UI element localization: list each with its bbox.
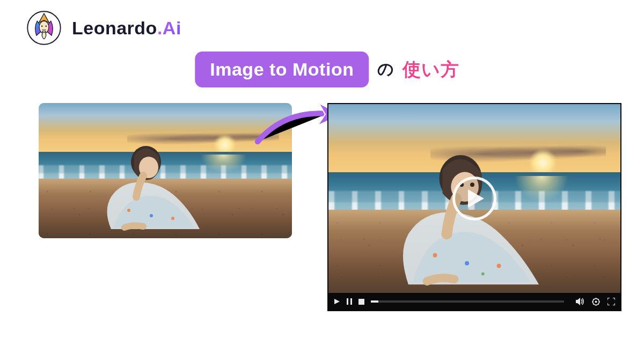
svg-point-16 — [481, 272, 485, 275]
fullscreen-button[interactable] — [608, 298, 615, 305]
brand-name-primary: Leonardo — [72, 18, 157, 38]
svg-point-15 — [497, 264, 501, 268]
stop-icon — [358, 299, 364, 305]
play-icon — [334, 298, 340, 305]
brand-name: Leonardo.Ai — [72, 18, 181, 39]
volume-button[interactable] — [576, 298, 584, 305]
svg-point-14 — [465, 261, 469, 266]
svg-rect-17 — [347, 298, 348, 305]
page-title-row: Image to Motion の 使い方 — [195, 52, 459, 87]
feature-chip: Image to Motion — [195, 52, 369, 87]
svg-point-3 — [46, 26, 47, 27]
play-button[interactable] — [334, 298, 340, 305]
play-icon — [467, 188, 485, 209]
svg-rect-19 — [358, 299, 364, 305]
volume-icon — [576, 298, 584, 305]
stop-button[interactable] — [358, 299, 364, 305]
svg-point-21 — [595, 300, 597, 303]
brand-name-accent: Ai — [163, 18, 181, 38]
title-usage: 使い方 — [402, 57, 459, 82]
svg-point-6 — [127, 209, 130, 212]
svg-point-7 — [150, 214, 153, 217]
pause-button[interactable] — [347, 298, 352, 305]
video-player — [327, 103, 621, 311]
progress-fill — [371, 300, 378, 303]
svg-point-8 — [171, 217, 174, 220]
settings-button[interactable] — [592, 298, 600, 306]
brand-logo — [26, 10, 62, 46]
brand-name-dot: . — [157, 18, 163, 38]
progress-bar[interactable] — [371, 300, 564, 303]
svg-point-13 — [433, 253, 437, 258]
video-controls — [328, 293, 620, 310]
svg-rect-18 — [350, 298, 352, 305]
video-canvas[interactable] — [328, 104, 620, 293]
pause-icon — [347, 298, 352, 305]
brand-header: Leonardo.Ai — [26, 10, 181, 46]
svg-point-2 — [41, 26, 43, 27]
title-particle: の — [377, 58, 394, 80]
play-overlay-button[interactable] — [452, 177, 496, 221]
gear-icon — [592, 298, 600, 306]
fullscreen-icon — [608, 298, 615, 305]
svg-point-1 — [39, 21, 49, 33]
